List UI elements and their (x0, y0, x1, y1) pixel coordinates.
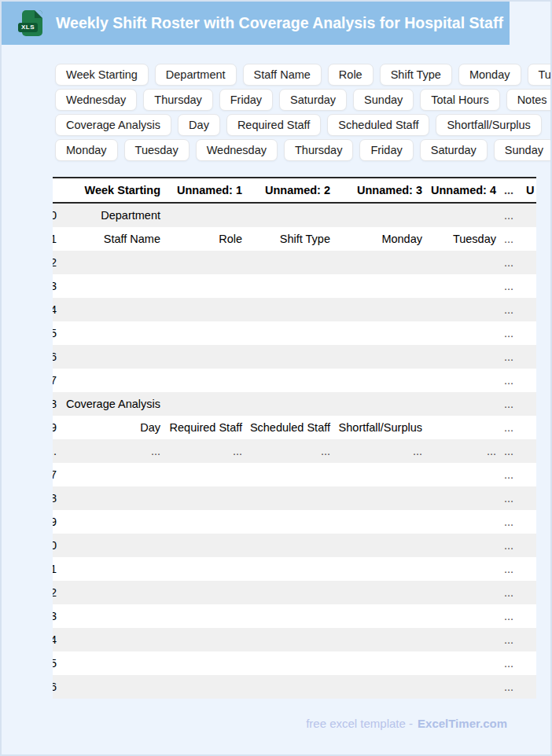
row-index: 23 (53, 604, 60, 628)
table-row: 17... (53, 463, 536, 486)
tag-row-2: WednesdayThursdayFridaySaturdaySundayTot… (55, 89, 552, 111)
cell (167, 369, 248, 392)
tag-chip: Wednesday (55, 89, 137, 111)
cell: ... (502, 604, 520, 628)
cell (337, 321, 429, 345)
footer: free excel template -ExcelTimer.com (306, 717, 507, 730)
cell: ... (502, 463, 520, 486)
table-row: 5... (53, 321, 536, 345)
tag-chip: Staff Name (243, 64, 322, 86)
cell-clipped (520, 203, 536, 227)
row-index: 26 (53, 675, 60, 699)
cell (429, 416, 502, 439)
cell (248, 345, 337, 369)
cell (429, 510, 502, 534)
cell (248, 675, 337, 699)
cell (429, 321, 502, 345)
cell: ... (502, 439, 520, 463)
cell: ... (502, 298, 520, 321)
table-row: 26... (53, 675, 536, 699)
cell (248, 369, 337, 392)
cell: ... (502, 534, 520, 557)
cell-clipped (520, 651, 536, 675)
cell (248, 321, 337, 345)
cell (167, 251, 248, 274)
row-index: 2 (53, 251, 60, 274)
table-row: 21... (53, 557, 536, 581)
row-index: 20 (53, 534, 60, 557)
tag-row-4: MondayTuesdayWednesdayThursdayFridaySatu… (55, 139, 552, 161)
row-index: 8 (53, 392, 60, 416)
cell (248, 392, 337, 416)
page-title: Weekly Shift Roster with Coverage Analys… (56, 14, 503, 32)
cell: Staff Name (60, 227, 167, 251)
cell (429, 651, 502, 675)
cell (167, 392, 248, 416)
cell: Required Staff (167, 416, 248, 439)
cell (167, 604, 248, 628)
cell: ... (502, 251, 520, 274)
cell: ... (60, 439, 167, 463)
tags-container: Week StartingDepartmentStaff NameRoleShi… (55, 64, 552, 164)
table-row: 3... (53, 274, 536, 298)
cell (337, 251, 429, 274)
cell (337, 581, 429, 604)
cell (248, 604, 337, 628)
table-row: 25... (53, 651, 536, 675)
cell: Tuesday (429, 227, 502, 251)
cell (60, 321, 167, 345)
table-row: 0Department... (53, 203, 536, 227)
cell (337, 369, 429, 392)
row-index: 5 (53, 321, 60, 345)
table-row: ..................... (53, 439, 536, 463)
cell (337, 463, 429, 486)
cell (429, 675, 502, 699)
brand-link[interactable]: ExcelTimer.com (418, 717, 507, 730)
cell: Shift Type (248, 227, 337, 251)
table-header-row: Week Starting Unnamed: 1 Unnamed: 2 Unna… (53, 178, 536, 203)
cell (248, 651, 337, 675)
tag-chip: Sunday (494, 139, 552, 161)
row-index: 7 (53, 369, 60, 392)
tag-chip: Saturday (420, 139, 488, 161)
cell (248, 581, 337, 604)
tag-chip: Tuesday (528, 64, 552, 86)
tag-chip: Role (328, 64, 374, 86)
tag-row-1: Week StartingDepartmentStaff NameRoleShi… (55, 64, 552, 86)
tag-chip: Monday (458, 64, 521, 86)
tag-chip: Thursday (143, 89, 212, 111)
cell (248, 274, 337, 298)
cell-clipped (520, 274, 536, 298)
cell (337, 628, 429, 651)
cell (167, 628, 248, 651)
cell (167, 675, 248, 699)
cell: Role (167, 227, 248, 251)
spreadsheet-preview: Week Starting Unnamed: 1 Unnamed: 2 Unna… (53, 177, 536, 699)
cell (60, 274, 167, 298)
cell (60, 675, 167, 699)
row-index: 21 (53, 557, 60, 581)
column-header-week-starting: Week Starting (60, 178, 167, 203)
row-index: 24 (53, 628, 60, 651)
cell (167, 510, 248, 534)
tag-chip: Total Hours (420, 89, 499, 111)
cell: Scheduled Staff (248, 416, 337, 439)
xls-file-icon: XLS (22, 10, 42, 36)
cell (167, 463, 248, 486)
cell (248, 557, 337, 581)
cell (60, 651, 167, 675)
cell-clipped (520, 298, 536, 321)
tag-chip: Monday (55, 139, 118, 161)
cell: ... (167, 439, 248, 463)
cell (248, 510, 337, 534)
row-index: 18 (53, 486, 60, 510)
cell (60, 463, 167, 486)
cell: ... (502, 392, 520, 416)
cell (248, 628, 337, 651)
cell-clipped (520, 486, 536, 510)
cell-clipped (520, 628, 536, 651)
tag-chip: Shortfall/Surplus (436, 114, 541, 136)
cell (429, 534, 502, 557)
cell (60, 251, 167, 274)
cell (167, 581, 248, 604)
